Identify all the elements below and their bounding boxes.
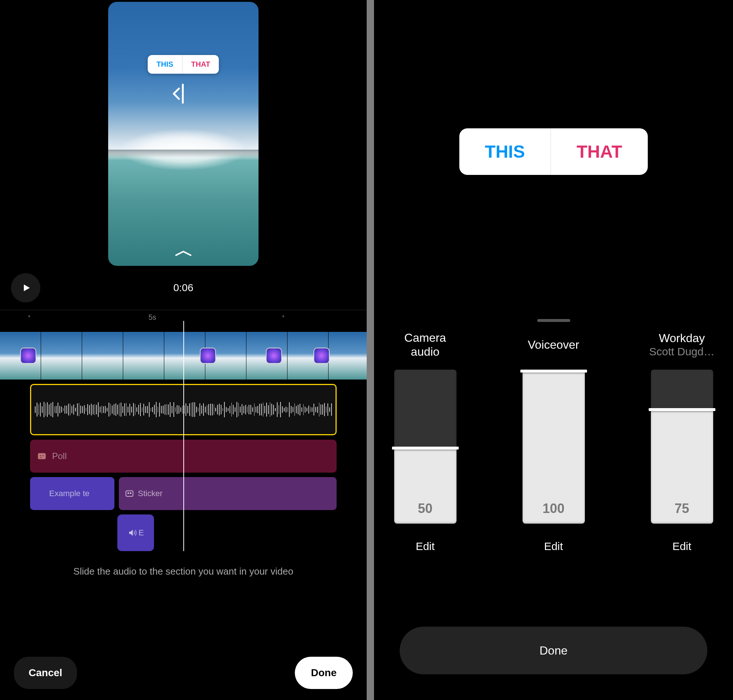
- text-track[interactable]: Example te: [30, 477, 115, 510]
- poll-option-2[interactable]: THAT: [182, 55, 219, 74]
- edit-button[interactable]: Edit: [416, 540, 435, 553]
- effect-gem-icon[interactable]: [200, 348, 216, 364]
- sound-clip-label: E: [138, 528, 144, 538]
- edit-button[interactable]: Edit: [544, 540, 563, 553]
- video-editor-screen: THIS THAT 0:06 5s: [0, 0, 366, 700]
- poll-option-2[interactable]: THAT: [551, 128, 648, 175]
- arrow-sticker[interactable]: [167, 78, 199, 110]
- sticker-track-label: Sticker: [138, 489, 162, 499]
- hint-text: Slide the audio to the section you want …: [0, 566, 366, 577]
- poll-option-1[interactable]: THIS: [459, 128, 551, 175]
- sound-clip[interactable]: E: [117, 515, 154, 551]
- svg-point-2: [43, 455, 44, 456]
- svg-point-1: [40, 455, 41, 456]
- thumbnail: [123, 332, 164, 379]
- svg-rect-0: [38, 453, 46, 459]
- current-time: 0:06: [174, 282, 194, 294]
- volume-slider[interactable]: 75: [651, 370, 713, 524]
- svg-point-4: [128, 493, 129, 494]
- timeline-divider: [0, 310, 366, 310]
- volume-slider[interactable]: 100: [523, 370, 585, 524]
- thumbnail: [82, 332, 123, 379]
- track-area: Poll Example te Sticker E: [0, 332, 366, 551]
- cancel-button[interactable]: Cancel: [14, 657, 77, 689]
- mixer-subtitle: Scott Dugd…: [649, 345, 714, 358]
- playback-row: 0:06: [0, 266, 366, 310]
- time-dot: [283, 315, 284, 317]
- svg-rect-3: [126, 491, 133, 496]
- mixer-channel: WorkdayScott Dugd… 75 Edit: [634, 330, 730, 553]
- audio-mixer-screen: THIS THAT Cameraaudio 50 EditVoiceover 1…: [374, 0, 733, 700]
- text-icon: [36, 489, 46, 499]
- edit-button[interactable]: Edit: [673, 540, 692, 553]
- volume-value: 50: [418, 501, 432, 524]
- bottom-bar: Cancel Done: [0, 657, 366, 689]
- poll-sticker-large[interactable]: THIS THAT: [459, 128, 648, 175]
- horizon-decoration: [108, 150, 259, 158]
- sheet-drag-handle[interactable]: [537, 319, 570, 322]
- chevron-up-icon[interactable]: [174, 250, 193, 259]
- thumbnail: [328, 332, 366, 379]
- svg-point-5: [130, 493, 131, 494]
- volume-slider[interactable]: 50: [394, 370, 456, 524]
- video-preview[interactable]: THIS THAT: [108, 2, 259, 266]
- time-label: 5s: [149, 313, 156, 322]
- text-track-label: Example te: [49, 489, 90, 499]
- preview-container: THIS THAT: [0, 0, 366, 266]
- thumbnail: [41, 332, 82, 379]
- mixer-title: Cameraaudio: [405, 330, 446, 359]
- playhead[interactable]: [183, 321, 184, 551]
- sticker-icon: [125, 489, 134, 499]
- poll-icon: [37, 451, 47, 461]
- poll-option-1[interactable]: THIS: [148, 55, 183, 74]
- mixer-channel: Voiceover 100 Edit: [506, 330, 601, 553]
- volume-value: 75: [674, 501, 689, 524]
- audio-mixers: Cameraaudio 50 EditVoiceover 100 EditWor…: [374, 330, 733, 553]
- effect-gem-icon[interactable]: [314, 348, 330, 364]
- time-dot: [28, 315, 30, 317]
- mixer-title: Voiceover: [528, 330, 579, 359]
- sticker-track[interactable]: Sticker: [119, 477, 337, 510]
- volume-value: 100: [542, 501, 564, 524]
- effect-gem-icon[interactable]: [20, 348, 36, 364]
- play-button[interactable]: [11, 273, 40, 303]
- mixer-title: WorkdayScott Dugd…: [649, 330, 714, 359]
- poll-sticker-preview[interactable]: THIS THAT: [148, 55, 219, 74]
- speaker-icon: [128, 528, 137, 538]
- effect-gem-icon[interactable]: [266, 348, 282, 364]
- done-button[interactable]: Done: [400, 626, 707, 674]
- mixer-channel: Cameraaudio 50 Edit: [378, 330, 473, 553]
- play-icon: [21, 283, 31, 293]
- poll-track-label: Poll: [52, 451, 67, 461]
- thumbnail: [164, 332, 205, 379]
- timeline: 5s: [0, 310, 366, 551]
- done-button[interactable]: Done: [295, 657, 353, 689]
